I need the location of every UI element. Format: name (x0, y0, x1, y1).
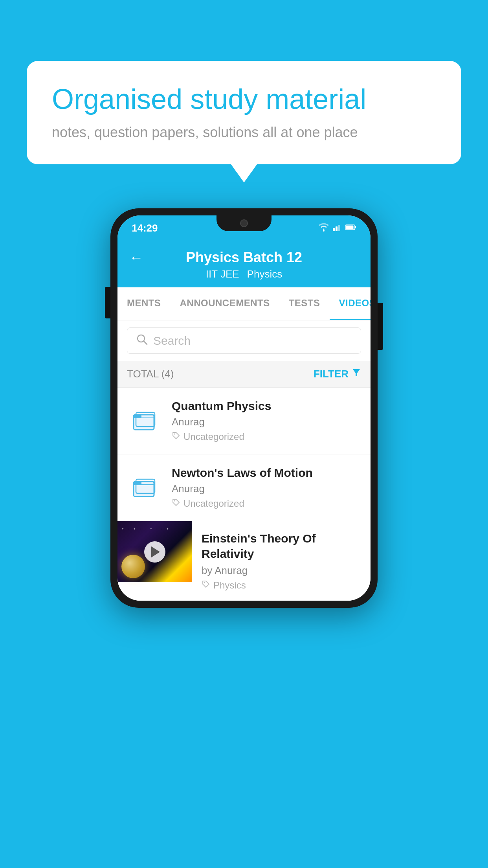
tab-videos[interactable]: VIDEOS (330, 287, 371, 320)
video-tag: Uncategorized (172, 498, 361, 509)
search-placeholder-text: Search (153, 334, 191, 348)
camera (240, 219, 248, 227)
tag-value: Physics (213, 580, 246, 591)
phone-device: 14:29 (110, 208, 378, 608)
filter-button[interactable]: FILTER (314, 368, 361, 380)
app-header: ← Physics Batch 12 IIT JEE Physics (117, 241, 371, 287)
notch (216, 215, 272, 231)
status-bar: 14:29 (117, 215, 371, 241)
tab-tests[interactable]: TESTS (279, 287, 330, 320)
svg-rect-11 (134, 415, 141, 418)
battery-icon (345, 224, 356, 232)
phone-screen: 14:29 (117, 215, 371, 601)
wifi-icon (319, 223, 329, 233)
video-thumbnail (117, 521, 192, 582)
svg-point-0 (323, 230, 325, 232)
video-title: Newton's Laws of Motion (172, 466, 361, 480)
folder-icon (131, 474, 158, 501)
list-item[interactable]: Quantum Physics Anurag Uncategorized (117, 388, 371, 454)
svg-rect-3 (338, 225, 340, 231)
bubble-title: Organised study material (52, 83, 436, 116)
folder-icon-container (127, 403, 162, 439)
video-author: Anurag (172, 416, 361, 428)
filter-label: FILTER (314, 368, 349, 380)
search-container: Search (117, 320, 371, 361)
planet-decoration (121, 555, 145, 578)
bubble-subtitle: notes, question papers, solutions all at… (52, 124, 436, 141)
search-bar[interactable]: Search (127, 327, 361, 354)
svg-point-18 (204, 582, 205, 583)
back-button[interactable]: ← (129, 249, 143, 266)
total-count: TOTAL (4) (127, 368, 174, 380)
tab-ments[interactable]: MENTS (117, 287, 171, 320)
svg-rect-6 (346, 226, 354, 229)
filter-funnel-icon (352, 368, 361, 380)
tag-physics: Physics (247, 268, 283, 280)
svg-point-13 (174, 434, 175, 435)
video-info: Einstein's Theory Of Relativity by Anura… (192, 521, 371, 600)
svg-rect-15 (134, 482, 141, 485)
tag-label-icon (202, 580, 210, 591)
tag-iitjee: IIT JEE (206, 268, 239, 280)
tag-label-icon (172, 431, 180, 442)
svg-line-8 (144, 341, 147, 344)
video-info: Newton's Laws of Motion Anurag Uncategor… (172, 466, 361, 509)
svg-marker-9 (353, 369, 360, 376)
video-title: Quantum Physics (172, 399, 361, 413)
video-title: Einstein's Theory Of Relativity (202, 531, 361, 561)
status-icons (319, 223, 356, 233)
svg-rect-1 (333, 228, 335, 231)
tabs-bar: MENTS ANNOUNCEMENTS TESTS VIDEOS (117, 287, 371, 320)
speech-bubble: Organised study material notes, question… (27, 61, 461, 164)
tab-announcements[interactable]: ANNOUNCEMENTS (171, 287, 279, 320)
batch-title: Physics Batch 12 (186, 249, 302, 266)
status-time: 14:29 (132, 222, 158, 234)
tag-value: Uncategorized (183, 431, 244, 442)
search-icon (136, 333, 148, 348)
list-item[interactable]: Newton's Laws of Motion Anurag Uncategor… (117, 454, 371, 521)
filter-bar: TOTAL (4) FILTER (117, 361, 371, 388)
svg-point-17 (174, 500, 175, 502)
list-item[interactable]: Einstein's Theory Of Relativity by Anura… (117, 521, 371, 601)
video-author: Anurag (172, 483, 361, 495)
folder-icon (131, 408, 158, 434)
video-info: Quantum Physics Anurag Uncategorized (172, 399, 361, 442)
video-tag: Physics (202, 580, 361, 591)
phone-outer: 14:29 (110, 208, 378, 608)
video-tag: Uncategorized (172, 431, 361, 442)
svg-rect-2 (336, 226, 338, 231)
signal-icon (333, 223, 341, 233)
header-subtitle: IIT JEE Physics (206, 268, 282, 280)
video-list: Quantum Physics Anurag Uncategorized (117, 388, 371, 601)
tag-label-icon (172, 498, 180, 509)
speech-bubble-container: Organised study material notes, question… (27, 61, 461, 164)
video-author: by Anurag (202, 565, 361, 577)
tag-value: Uncategorized (183, 498, 244, 509)
svg-rect-5 (355, 226, 356, 228)
folder-icon-container (127, 470, 162, 506)
